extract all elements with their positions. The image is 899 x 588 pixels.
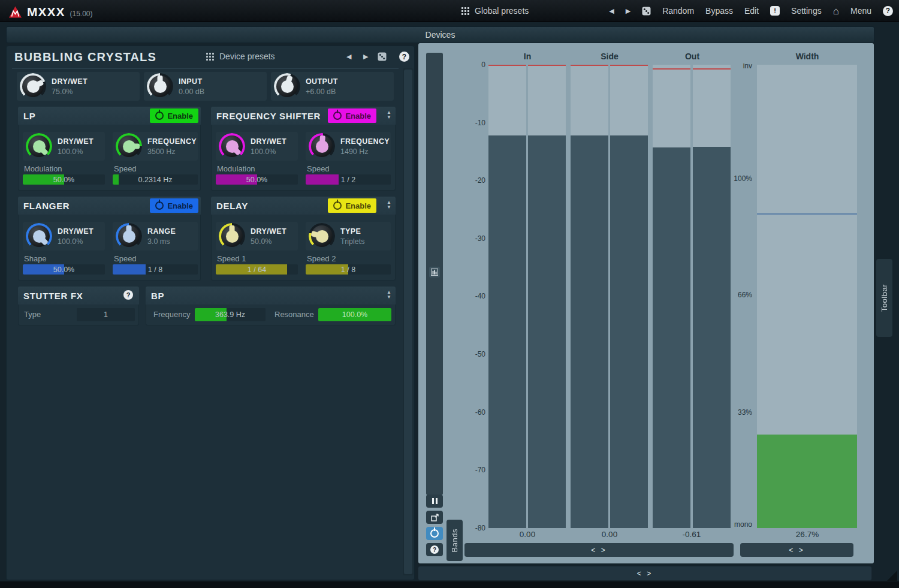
pause-button[interactable]	[426, 494, 443, 508]
meter-side-right	[610, 65, 648, 528]
bypass-button[interactable]: Bypass	[705, 6, 733, 16]
device-presets-button[interactable]: Device presets	[206, 52, 275, 61]
slider-value: 100.0%	[318, 308, 391, 321]
toolbar-tab[interactable]: Toolbar	[876, 259, 892, 337]
preset-name-title: BUBBLING CRYSTALS	[14, 50, 156, 64]
width-tick: 100%	[722, 174, 752, 183]
resize-grip[interactable]	[887, 571, 897, 581]
help-icon[interactable]: ?	[883, 6, 893, 16]
edit-button[interactable]: Edit	[744, 6, 759, 16]
random-dice-icon[interactable]	[378, 52, 387, 61]
meter-settings-strip[interactable]	[426, 53, 443, 495]
enable-button[interactable]: Enable	[328, 108, 376, 123]
previous-device-preset-icon[interactable]: ◀	[346, 53, 351, 61]
width-tick: 33%	[722, 408, 752, 417]
delay-speed2-slider[interactable]: 1 / 8	[306, 264, 391, 275]
reorder-chevrons[interactable]: ▲▼	[387, 290, 391, 300]
db-tick: -50	[455, 350, 485, 358]
flanger-shape-slider[interactable]: 50.0%	[23, 264, 105, 275]
fs-drywet-knob[interactable]	[219, 133, 245, 159]
random-button[interactable]: Random	[662, 6, 694, 16]
width-tick: mono	[722, 520, 752, 529]
tab-devices[interactable]: Devices	[426, 30, 455, 40]
slider-label: Modulation	[24, 164, 62, 173]
knob-group: RANGE 3.0 ms	[113, 222, 198, 251]
section-frequency-shifter: FREQUENCY SHIFTER Enable ▲▼ DRY/WET 100.…	[211, 107, 396, 191]
width-value-fill	[757, 435, 857, 528]
lp-modulation-slider[interactable]: 50.0%	[23, 174, 105, 185]
help-icon[interactable]: ?	[399, 52, 409, 62]
detach-button[interactable]	[426, 511, 443, 524]
delay-drywet-knob[interactable]	[219, 223, 245, 249]
reorder-chevrons[interactable]: ▲▼	[387, 200, 391, 210]
width-zoom-scrollbar[interactable]: < >	[740, 543, 853, 557]
pause-icon	[432, 498, 438, 504]
next-preset-icon[interactable]: ▶	[626, 7, 630, 15]
bands-tab[interactable]: Bands	[447, 520, 463, 561]
delay-speed1-slider[interactable]: 1 / 64	[216, 264, 298, 275]
fs-speed-slider[interactable]: 1 / 2	[306, 174, 391, 185]
app-version: (15.00)	[70, 10, 93, 18]
meter-group-label-in: In	[524, 52, 531, 61]
meter-group-label-side: Side	[601, 52, 619, 61]
alert-icon[interactable]: !	[770, 6, 780, 16]
grid-icon	[461, 7, 469, 15]
bp-frequency-slider[interactable]: 363.9 Hz	[195, 308, 266, 321]
delay-type-knob[interactable]	[309, 223, 335, 249]
knob-value: 0.00 dB	[179, 88, 204, 96]
meters-help-button[interactable]: ?	[426, 543, 443, 556]
knob-value: 100.0%	[58, 237, 93, 246]
meter-bars-icon	[429, 267, 440, 278]
bp-resonance-slider[interactable]: 100.0%	[318, 308, 391, 321]
master-input-group: INPUT 0.00 dB	[144, 72, 267, 101]
master-drywet-knob[interactable]	[20, 73, 46, 99]
slider-label: Speed 1	[217, 254, 246, 263]
param-label: Type	[24, 310, 41, 319]
settings-button[interactable]: Settings	[791, 6, 822, 16]
menu-button[interactable]: Menu	[850, 6, 871, 16]
section-lp: LP Enable DRY/WET 100.0%	[18, 107, 201, 191]
master-input-knob[interactable]	[147, 73, 173, 99]
fs-frequency-knob[interactable]	[309, 133, 335, 159]
flanger-range-knob[interactable]	[116, 223, 142, 249]
reorder-chevrons[interactable]: ▲▼	[387, 110, 391, 120]
knob-group: DRY/WET 50.0%	[216, 222, 298, 251]
fs-modulation-slider[interactable]: 50.0%	[216, 174, 298, 185]
next-device-preset-icon[interactable]: ▶	[363, 53, 368, 61]
lp-drywet-knob[interactable]	[26, 133, 52, 159]
section-stutter-fx: STUTTER FX ? Type 1	[18, 287, 139, 325]
section-title: FLANGER	[23, 201, 70, 211]
home-icon[interactable]: ⌂	[833, 6, 839, 16]
help-icon[interactable]: ?	[123, 290, 133, 300]
knob-group: FREQUENCY 3500 Hz	[113, 132, 198, 161]
meter-zoom-scrollbar[interactable]: < >	[464, 543, 734, 557]
knob-value: 3.0 ms	[147, 237, 176, 246]
random-dice-icon[interactable]	[642, 7, 651, 16]
question-circle-icon: ?	[430, 545, 439, 554]
slider-label: Speed 2	[307, 254, 336, 263]
meters-power-button[interactable]	[426, 527, 443, 540]
db-tick: 0	[455, 61, 485, 69]
slider-value: 1 / 64	[216, 264, 298, 275]
db-tick: -40	[455, 292, 485, 300]
detach-window-icon	[431, 514, 439, 521]
stutter-type-field[interactable]: 1	[77, 308, 135, 321]
device-panel-scrollbar[interactable]	[403, 68, 414, 575]
slider-value: 50.0%	[23, 264, 105, 275]
app-name: MXXX	[27, 5, 65, 19]
flanger-speed-slider[interactable]: 1 / 8	[113, 264, 198, 275]
meter-readout-out: -0.61	[683, 530, 701, 539]
enable-button[interactable]: Enable	[328, 198, 376, 213]
lp-frequency-knob[interactable]	[116, 133, 142, 159]
previous-preset-icon[interactable]: ◀	[609, 7, 614, 15]
flanger-drywet-knob[interactable]	[26, 223, 52, 249]
enable-button[interactable]: Enable	[150, 198, 198, 213]
bottom-scrollbar[interactable]: < >	[418, 566, 872, 581]
meter-in-left	[488, 65, 526, 528]
mxxx-plugin-window: MXXX (15.00) Global presets ◀ ▶ Random B…	[0, 0, 899, 588]
lp-speed-slider[interactable]: 0.2314 Hz	[113, 174, 198, 185]
master-output-knob[interactable]	[274, 73, 300, 99]
knob-value: 50.0%	[251, 237, 286, 246]
enable-button[interactable]: Enable	[150, 108, 198, 123]
global-presets-button[interactable]: Global presets	[461, 0, 529, 22]
